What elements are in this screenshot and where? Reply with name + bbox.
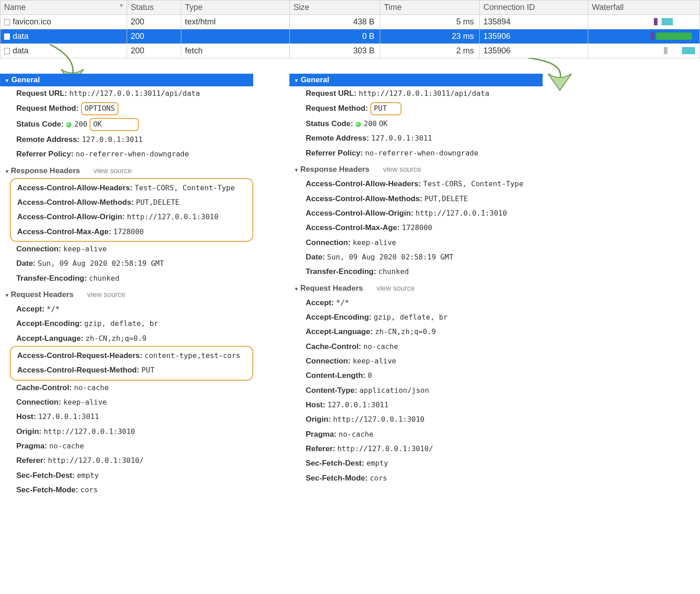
col-size[interactable]: Size bbox=[290, 0, 380, 15]
referrer-policy-row: Referrer Policy: no-referrer-when-downgr… bbox=[0, 147, 253, 161]
request-method-highlight: PUT bbox=[370, 102, 402, 115]
caret-down-icon: ▼ bbox=[5, 169, 9, 174]
file-icon bbox=[4, 33, 10, 40]
cell-name[interactable]: data bbox=[0, 44, 127, 58]
view-source-link[interactable]: view source bbox=[94, 167, 132, 174]
header-row: Access-Control-Allow-Origin: http://127.… bbox=[289, 206, 543, 221]
request-details-right: ▼General Request URL: http://127.0.0.1:3… bbox=[289, 74, 543, 498]
header-row: Access-Control-Request-Headers: content-… bbox=[11, 349, 250, 363]
status-dot-icon bbox=[355, 122, 361, 127]
header-row: Cache-Control: no-cache bbox=[289, 339, 543, 354]
table-header-row: Name▼ Status Type Size Time Connection I… bbox=[0, 0, 700, 15]
request-url-row: Request URL: http://127.0.0.1:3011/api/d… bbox=[289, 86, 543, 101]
header-row: Access-Control-Allow-Headers: Test-CORS,… bbox=[11, 181, 250, 195]
header-row: Access-Control-Max-Age: 1728000 bbox=[11, 225, 250, 239]
cell-status: 200 bbox=[127, 44, 181, 58]
header-row: Accept: */* bbox=[289, 296, 543, 310]
header-row: Referer: http://127.0.0.1:3010/ bbox=[0, 453, 253, 468]
header-row: Access-Control-Request-Method: PUT bbox=[11, 363, 250, 377]
view-source-link[interactable]: view source bbox=[377, 284, 415, 292]
cell-status: 200 bbox=[127, 29, 181, 44]
header-row: Access-Control-Allow-Origin: http://127.… bbox=[11, 210, 250, 224]
cell-type: fetch bbox=[181, 44, 290, 58]
file-icon bbox=[4, 48, 10, 54]
request-headers-section-header[interactable]: ▼Request Headersview source bbox=[289, 279, 543, 296]
cell-waterfall bbox=[588, 29, 700, 44]
remote-address-row: Remote Address: 127.0.0.1:3011 bbox=[0, 132, 253, 147]
request-headers-section-header[interactable]: ▼Request Headersview source bbox=[0, 286, 253, 302]
header-row: Accept-Encoding: gzip, deflate, br bbox=[0, 316, 253, 331]
col-waterfall[interactable]: Waterfall bbox=[588, 0, 700, 15]
cell-name[interactable]: favicon.ico bbox=[0, 15, 127, 29]
referrer-policy-row: Referrer Policy: no-referrer-when-downgr… bbox=[289, 146, 543, 160]
status-text-highlight: OK bbox=[90, 118, 139, 131]
response-headers-section-header[interactable]: ▼Response Headersview source bbox=[289, 160, 543, 177]
cell-size: 0 B bbox=[290, 29, 380, 44]
table-row[interactable]: favicon.ico200text/html438 B5 ms135894 bbox=[0, 15, 700, 29]
request-url-row: Request URL: http://127.0.0.1:3011/api/d… bbox=[0, 86, 253, 101]
caret-down-icon: ▼ bbox=[294, 78, 299, 83]
caret-down-icon: ▼ bbox=[5, 292, 9, 298]
caret-down-icon: ▼ bbox=[5, 78, 9, 83]
response-headers-section-header[interactable]: ▼Response Headersview source bbox=[0, 162, 253, 178]
network-request-table[interactable]: Name▼ Status Type Size Time Connection I… bbox=[0, 0, 700, 58]
header-row: Access-Control-Allow-Headers: Test-CORS,… bbox=[289, 177, 543, 191]
cell-connection-id: 135894 bbox=[480, 15, 588, 29]
cell-type: text/html bbox=[181, 15, 290, 29]
cell-size: 438 B bbox=[290, 15, 380, 29]
col-status[interactable]: Status bbox=[127, 0, 181, 15]
header-row: Host: 127.0.0.1:3011 bbox=[289, 398, 543, 412]
view-source-link[interactable]: view source bbox=[87, 291, 125, 298]
status-dot-icon bbox=[66, 122, 71, 127]
header-row: Content-Length: 0 bbox=[289, 368, 543, 383]
view-source-link[interactable]: view source bbox=[383, 165, 421, 173]
cell-type bbox=[181, 29, 290, 44]
header-row: Connection: keep-alive bbox=[0, 242, 253, 256]
request-method-row: Request Method: PUT bbox=[289, 101, 543, 117]
status-code-row: Status Code: 200 OK bbox=[289, 117, 543, 131]
sort-icon: ▼ bbox=[119, 3, 124, 8]
general-section-header[interactable]: ▼General bbox=[289, 74, 543, 86]
header-row: Transfer-Encoding: chunked bbox=[289, 264, 543, 279]
cell-connection-id: 135906 bbox=[480, 44, 588, 58]
header-row: Origin: http://127.0.0.1:3010 bbox=[289, 412, 543, 427]
header-row: Sec-Fetch-Dest: empty bbox=[289, 456, 543, 471]
col-connection-id[interactable]: Connection ID bbox=[480, 0, 588, 15]
cors-response-headers-highlight: Access-Control-Allow-Headers: Test-CORS,… bbox=[10, 178, 253, 242]
cell-time: 5 ms bbox=[380, 15, 480, 29]
header-row: Cache-Control: no-cache bbox=[0, 381, 253, 395]
col-type[interactable]: Type bbox=[181, 0, 290, 15]
header-row: Accept-Encoding: gzip, deflate, br bbox=[289, 310, 543, 325]
header-row: Access-Control-Allow-Methods: PUT,DELETE bbox=[289, 192, 543, 206]
caret-down-icon: ▼ bbox=[294, 286, 299, 292]
header-row: Pragma: no-cache bbox=[0, 439, 253, 453]
header-row: Pragma: no-cache bbox=[289, 427, 543, 442]
header-row: Accept: */* bbox=[0, 302, 253, 316]
col-name[interactable]: Name▼ bbox=[0, 0, 127, 15]
cell-time: 23 ms bbox=[380, 29, 480, 44]
table-row[interactable]: data2000 B23 ms135906 bbox=[0, 29, 700, 44]
remote-address-row: Remote Address: 127.0.0.1:3011 bbox=[289, 131, 543, 146]
cors-request-headers-highlight: Access-Control-Request-Headers: content-… bbox=[10, 346, 253, 381]
header-row: Access-Control-Allow-Methods: PUT,DELETE bbox=[11, 195, 250, 210]
cell-name[interactable]: data bbox=[0, 29, 127, 44]
file-icon bbox=[4, 19, 10, 25]
header-row: Connection: keep-alive bbox=[0, 395, 253, 410]
header-row: Sec-Fetch-Dest: empty bbox=[0, 468, 253, 483]
status-code-row: Status Code: 200 OK bbox=[0, 117, 253, 132]
col-time[interactable]: Time bbox=[380, 0, 480, 15]
general-section-header[interactable]: ▼General bbox=[0, 74, 253, 86]
cell-waterfall bbox=[588, 44, 700, 58]
header-row: Origin: http://127.0.0.1:3010 bbox=[0, 424, 253, 439]
cell-connection-id: 135906 bbox=[480, 29, 588, 44]
request-method-highlight: OPTIONS bbox=[81, 102, 118, 115]
cell-time: 2 ms bbox=[380, 44, 480, 58]
header-row: Transfer-Encoding: chunked bbox=[0, 271, 253, 286]
header-row: Sec-Fetch-Mode: cors bbox=[289, 471, 543, 486]
header-row: Sec-Fetch-Mode: cors bbox=[0, 483, 253, 497]
header-row: Referer: http://127.0.0.1:3010/ bbox=[289, 442, 543, 456]
header-row: Date: Sun, 09 Aug 2020 02:58:19 GMT bbox=[0, 256, 253, 271]
header-row: Accept-Language: zh-CN,zh;q=0.9 bbox=[0, 331, 253, 346]
table-row[interactable]: data200fetch303 B2 ms135906 bbox=[0, 44, 700, 58]
caret-down-icon: ▼ bbox=[294, 167, 299, 173]
